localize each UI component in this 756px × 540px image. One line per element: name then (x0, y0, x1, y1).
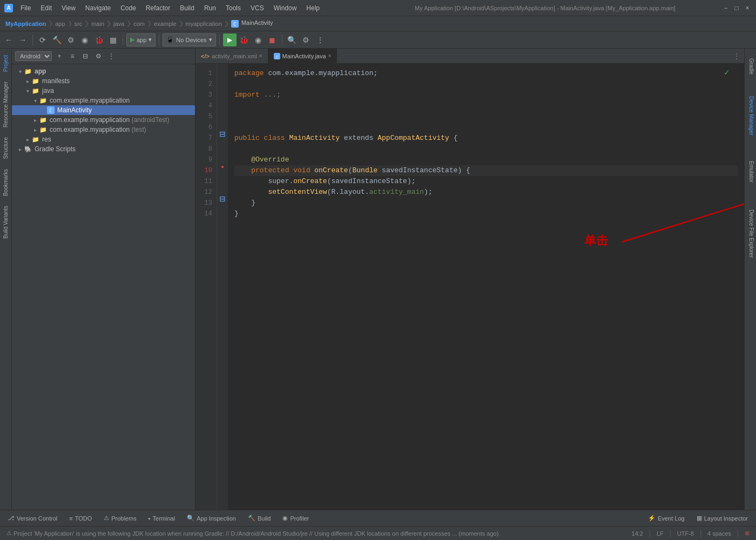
tree-item-androidtest[interactable]: ▸ 📁 com.example.myapplication (androidTe… (12, 115, 195, 125)
toolbar-build[interactable]: 🔨 (50, 33, 63, 46)
menu-view[interactable]: View (57, 3, 80, 13)
folder-icon-package: 📁 (39, 97, 48, 104)
tab-device-manager[interactable]: Device Manager (747, 92, 756, 140)
gutter-1 (217, 64, 228, 75)
tab-mainactivity-java[interactable]: C MainActivity.java × (268, 49, 338, 64)
breadcrumb-myapplication2[interactable]: myapplication (186, 21, 222, 27)
status-line-col[interactable]: 14:2 (630, 526, 645, 541)
breadcrumb-app[interactable]: app (55, 21, 65, 27)
tab-event-log[interactable]: ⚡ Event Log (643, 510, 691, 526)
coverage-button[interactable]: ◉ (252, 33, 265, 46)
tab-structure[interactable]: Structure (1, 133, 10, 164)
breadcrumb-example[interactable]: example (154, 21, 177, 27)
menu-edit[interactable]: Edit (36, 3, 56, 13)
code-line-3: import ...; (234, 90, 738, 100)
status-sep-1 (650, 530, 650, 537)
toolbar-profile[interactable]: ◉ (78, 33, 91, 46)
toolbar-search[interactable]: 🔍 (286, 33, 299, 46)
debug-button[interactable]: 🐞 (238, 33, 251, 46)
menu-navigate[interactable]: Navigate (81, 3, 115, 13)
tab-emulator[interactable]: Emulator (747, 157, 756, 187)
tab-app-inspection[interactable]: 🔍 App Inspection (181, 510, 242, 526)
panel-collapse-btn[interactable]: ⊟ (80, 51, 91, 62)
tab-bookmarks[interactable]: Bookmarks (1, 165, 10, 200)
code-content[interactable]: package com.example.myapplication; impor… (228, 64, 744, 510)
toolbar-coverage[interactable]: ▦ (106, 33, 119, 46)
tree-item-java[interactable]: ▾ 📁 java (12, 86, 195, 96)
tree-item-app[interactable]: ▾ 📁 app (12, 66, 195, 76)
run-button[interactable]: ▶ (223, 33, 237, 46)
breadcrumb-com[interactable]: com (133, 21, 145, 27)
tab-profiler[interactable]: ◉ Profiler (277, 510, 315, 526)
menu-run[interactable]: Run (200, 3, 220, 13)
device-dropdown[interactable]: 📱 No Devices ▾ (163, 33, 215, 46)
toolbar-more[interactable]: ⋮ (314, 33, 327, 46)
tab-todo[interactable]: ≡ TODO (64, 510, 98, 526)
close-java-tab[interactable]: × (328, 53, 332, 59)
panel-list-btn[interactable]: ≡ (67, 51, 78, 62)
toolbar-analyze[interactable]: ⚙ (64, 33, 77, 46)
tree-label-app: app (35, 68, 46, 75)
status-lf[interactable]: LF (654, 526, 666, 541)
menu-code[interactable]: Code (116, 3, 140, 13)
code-line-9: @Override (234, 154, 738, 165)
panel-new-btn[interactable]: + (54, 51, 65, 62)
panel-more-btn[interactable]: ⋮ (106, 51, 117, 62)
event-log-icon: ⚡ (648, 515, 656, 522)
maximize-button[interactable]: □ (732, 4, 741, 12)
toolbar-back[interactable]: ← (2, 33, 15, 46)
status-error[interactable]: ⊗ (742, 526, 752, 541)
close-button[interactable]: × (743, 4, 752, 12)
gutter-6 (217, 118, 228, 129)
panel-settings-btn[interactable]: ⚙ (93, 51, 104, 62)
menu-file[interactable]: File (16, 3, 35, 13)
tab-problems[interactable]: ⚠ Problems (98, 510, 142, 526)
tab-terminal[interactable]: ▪ Terminal (143, 510, 181, 526)
run-config-dropdown[interactable]: ▶ app ▾ (126, 33, 156, 46)
layout-inspector-label: Layout Inspector (704, 515, 748, 522)
project-view-select[interactable]: Android Project (15, 51, 52, 61)
tree-item-test[interactable]: ▸ 📁 com.example.myapplication (test) (12, 125, 195, 134)
status-warning[interactable]: ⚠ Project 'My Application' is using the … (4, 526, 501, 541)
tab-build[interactable]: 🔨 Build (242, 510, 276, 526)
tab-resource-manager[interactable]: Resource Manager (1, 77, 10, 132)
tab-build-variants[interactable]: Build Variants (1, 201, 10, 243)
breadcrumb-java[interactable]: java (113, 21, 124, 27)
tab-version-control[interactable]: ⎇ Version Control (2, 510, 63, 526)
close-xml-tab[interactable]: × (259, 53, 262, 59)
tree-item-package[interactable]: ▾ 📁 com.example.myapplication (12, 96, 195, 105)
tree-item-gradle[interactable]: ▸ 🐘 Gradle Scripts (12, 144, 195, 154)
stop-button[interactable]: ◼ (266, 33, 279, 46)
toolbar-forward[interactable]: → (16, 33, 29, 46)
tab-layout-inspector[interactable]: ▦ Layout Inspector (691, 510, 754, 526)
tree-label-manifests: manifests (42, 77, 70, 85)
menu-refactor[interactable]: Refactor (141, 3, 174, 13)
breadcrumb-main[interactable]: main (91, 21, 104, 27)
menu-help[interactable]: Help (302, 3, 324, 13)
menu-vcs[interactable]: VCS (246, 3, 268, 13)
toolbar-attach[interactable]: 🐞 (92, 33, 105, 46)
tree-item-manifests[interactable]: ▸ 📁 manifests (12, 76, 195, 86)
tabs-more-btn[interactable]: ⋮ (729, 52, 744, 60)
menu-window[interactable]: Window (269, 3, 301, 13)
status-sep-4 (738, 530, 738, 537)
toolbar-settings[interactable]: ⚙ (300, 33, 313, 46)
tab-activity-main-xml[interactable]: </> activity_main.xml × (195, 49, 268, 64)
status-charset[interactable]: UTF-8 (675, 526, 696, 541)
toolbar-separator-3 (159, 35, 159, 45)
menu-build[interactable]: Build (176, 3, 199, 13)
breadcrumb-mainactivity[interactable]: C MainActivity (231, 19, 273, 27)
tab-project[interactable]: Project (1, 51, 10, 76)
tree-item-mainactivity[interactable]: C MainActivity (12, 105, 195, 115)
line-1: 1 (195, 68, 217, 79)
tab-gradle[interactable]: Gradle (747, 54, 756, 79)
build-label: Build (258, 515, 271, 522)
menu-tools[interactable]: Tools (221, 3, 245, 13)
toolbar-sync[interactable]: ⟳ (36, 33, 49, 46)
tab-device-file-explorer[interactable]: Device File Explorer (747, 205, 756, 262)
tree-item-res[interactable]: ▸ 📁 res (12, 134, 195, 144)
status-indent[interactable]: 4 spaces (705, 526, 733, 541)
breadcrumb-myapplication[interactable]: MyApplication (5, 21, 46, 27)
minimize-button[interactable]: − (721, 4, 730, 12)
breadcrumb-src[interactable]: src (75, 21, 83, 27)
